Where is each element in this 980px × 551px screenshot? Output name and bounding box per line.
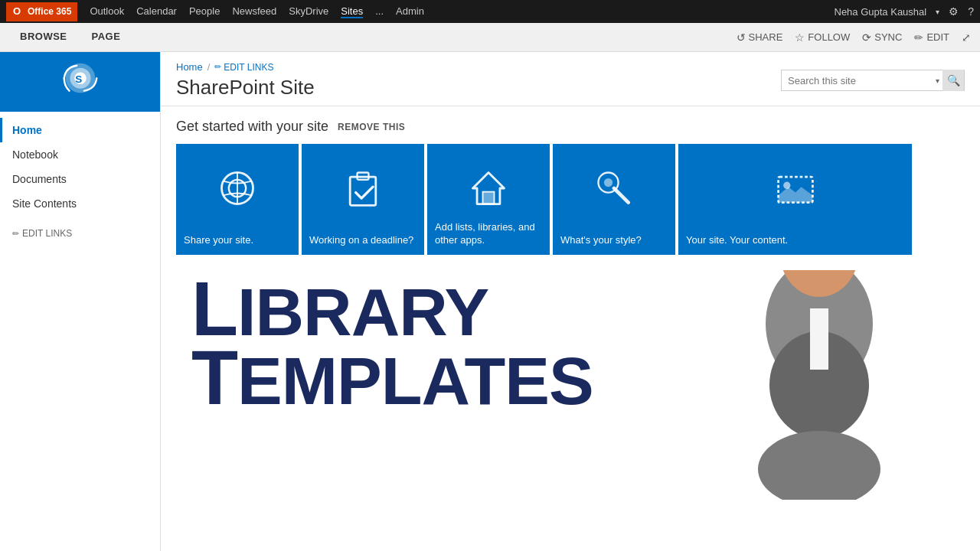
svg-text:O: O — [13, 5, 21, 17]
follow-icon: ☆ — [795, 31, 805, 44]
follow-label: FOLLOW — [808, 31, 850, 43]
share-button[interactable]: ↺ SHARE — [737, 31, 783, 44]
search-submit-button[interactable]: 🔍 — [942, 70, 964, 91]
sidebar-item-documents[interactable]: Documents — [0, 167, 160, 191]
user-name[interactable]: Neha Gupta Kaushal — [835, 6, 927, 18]
style-icon — [593, 167, 635, 210]
sharepoint-logo-svg: S — [58, 60, 103, 104]
tile-working-deadline[interactable]: Working on a deadline? — [302, 144, 424, 255]
get-started-title: Get started with your site — [176, 119, 328, 135]
top-nav-links: Outlook Calendar People Newsfeed SkyDriv… — [90, 5, 834, 18]
nav-sites[interactable]: Sites — [341, 5, 363, 18]
person-image — [658, 270, 980, 500]
tile-your-site[interactable]: Your site. Your content. — [678, 144, 912, 255]
sync-label: SYNC — [874, 31, 902, 43]
sidebar-item-notebook[interactable]: Notebook — [0, 142, 160, 167]
person-svg — [658, 270, 980, 500]
edit-button[interactable]: ✏ EDIT — [914, 31, 949, 44]
tile-share-site[interactable]: Share your site. — [176, 144, 299, 255]
header-edit-links-button[interactable]: ✏ EDIT LINKS — [214, 62, 273, 73]
svg-rect-9 — [350, 177, 376, 205]
sync-button[interactable]: ⟳ SYNC — [862, 31, 902, 44]
top-navigation-bar: O Office 365 Outlook Calendar People New… — [0, 0, 980, 23]
search-input[interactable] — [782, 70, 933, 90]
svg-point-15 — [604, 178, 612, 187]
ribbon-bar: BROWSE PAGE ↺ SHARE ☆ FOLLOW ⟳ SYNC ✏ ED… — [0, 23, 980, 52]
edit-links-label: EDIT LINKS — [22, 228, 72, 239]
content-area: Home / ✏ EDIT LINKS SharePoint Site ▾ 🔍 — [161, 52, 980, 551]
hero-line2-first: T — [191, 334, 237, 420]
nav-skydrive[interactable]: SkyDrive — [289, 5, 328, 18]
tile-deadline-label: Working on a deadline? — [309, 234, 416, 247]
search-magnifier-icon: 🔍 — [947, 74, 960, 86]
help-icon[interactable]: ? — [968, 5, 974, 18]
deadline-icon — [341, 167, 384, 210]
ribbon-actions: ↺ SHARE ☆ FOLLOW ⟳ SYNC ✏ EDIT ⤢ — [737, 31, 971, 44]
edit-links-pencil-icon: ✏ — [12, 229, 19, 239]
header-edit-icon: ✏ — [214, 62, 221, 72]
share-label: SHARE — [749, 31, 783, 43]
user-dropdown-icon[interactable]: ▾ — [936, 8, 939, 16]
nav-people[interactable]: People — [189, 5, 220, 18]
office-icon: O — [12, 5, 24, 19]
nav-links: Home Notebook Documents Site Contents ✏ … — [0, 112, 160, 251]
nav-outlook[interactable]: Outlook — [90, 5, 124, 18]
tile-your-site-label: Your site. Your content. — [686, 234, 904, 247]
page-title-area: SharePoint Site — [176, 76, 315, 99]
content-header: Home / ✏ EDIT LINKS SharePoint Site ▾ 🔍 — [161, 52, 980, 106]
sidebar: S Home Notebook Documents Site Contents … — [0, 52, 161, 551]
share-icon: ↺ — [737, 31, 746, 44]
sidebar-item-site-contents[interactable]: Site Contents — [0, 191, 160, 216]
tile-share-site-label: Share your site. — [184, 234, 291, 247]
breadcrumb-separator: / — [207, 61, 211, 73]
svg-marker-18 — [778, 187, 812, 203]
get-started-bar: Get started with your site REMOVE THIS — [176, 119, 965, 135]
edit-label: EDIT — [926, 31, 949, 43]
sidebar-item-home[interactable]: Home — [0, 118, 160, 142]
page-title: SharePoint Site — [176, 76, 315, 99]
follow-button[interactable]: ☆ FOLLOW — [795, 31, 850, 44]
tile-style[interactable]: What's your style? — [553, 144, 675, 255]
sync-icon: ⟳ — [862, 31, 871, 44]
svg-rect-12 — [483, 192, 495, 204]
svg-rect-27 — [810, 308, 828, 370]
share-site-icon — [216, 167, 259, 210]
search-box: ▾ 🔍 — [781, 70, 965, 91]
page-body: Get started with your site REMOVE THIS S… — [161, 106, 980, 529]
remove-this-button[interactable]: REMOVE THIS — [338, 122, 405, 132]
add-lists-icon — [467, 167, 510, 210]
svg-point-28 — [758, 431, 880, 500]
hero-line2-rest: EMPLATES — [237, 343, 593, 419]
your-site-icon — [774, 167, 817, 210]
edit-pencil-icon: ✏ — [914, 31, 923, 44]
nav-calendar[interactable]: Calendar — [136, 5, 177, 18]
top-nav-right: Neha Gupta Kaushal ▾ ⚙ ? — [835, 5, 975, 18]
nav-admin[interactable]: Admin — [396, 5, 424, 18]
breadcrumb-area: Home / ✏ EDIT LINKS SharePoint Site — [176, 61, 315, 99]
nav-more[interactable]: ... — [375, 5, 384, 18]
header-edit-links-label: EDIT LINKS — [224, 62, 273, 73]
tab-browse[interactable]: BROWSE — [9, 24, 78, 50]
tile-add-lists[interactable]: Add lists, libraries, and other apps. — [427, 144, 550, 255]
hero-section: LIBRARY TEMPLATES — [191, 270, 980, 500]
office365-label: Office 365 — [28, 6, 71, 17]
breadcrumb-home[interactable]: Home — [176, 61, 203, 73]
tiles-row: Share your site. Working on a deadline? — [176, 144, 965, 255]
focus-icon: ⤢ — [962, 31, 971, 44]
office365-logo[interactable]: O Office 365 — [6, 2, 77, 21]
breadcrumb: Home / ✏ EDIT LINKS — [176, 61, 315, 73]
office-logo-svg: O — [12, 5, 24, 17]
nav-newsfeed[interactable]: Newsfeed — [232, 5, 276, 18]
settings-icon[interactable]: ⚙ — [949, 5, 959, 18]
svg-line-14 — [614, 188, 629, 203]
svg-text:S: S — [75, 73, 82, 85]
search-dropdown-button[interactable]: ▾ — [933, 77, 942, 85]
focus-button[interactable]: ⤢ — [962, 31, 971, 44]
sidebar-edit-links-button[interactable]: ✏ EDIT LINKS — [0, 222, 160, 245]
tile-style-label: What's your style? — [560, 234, 668, 247]
site-logo: S — [0, 52, 160, 112]
main-layout: S Home Notebook Documents Site Contents … — [0, 52, 980, 551]
tile-add-lists-label: Add lists, libraries, and other apps. — [435, 221, 542, 247]
tab-page[interactable]: PAGE — [81, 24, 132, 50]
